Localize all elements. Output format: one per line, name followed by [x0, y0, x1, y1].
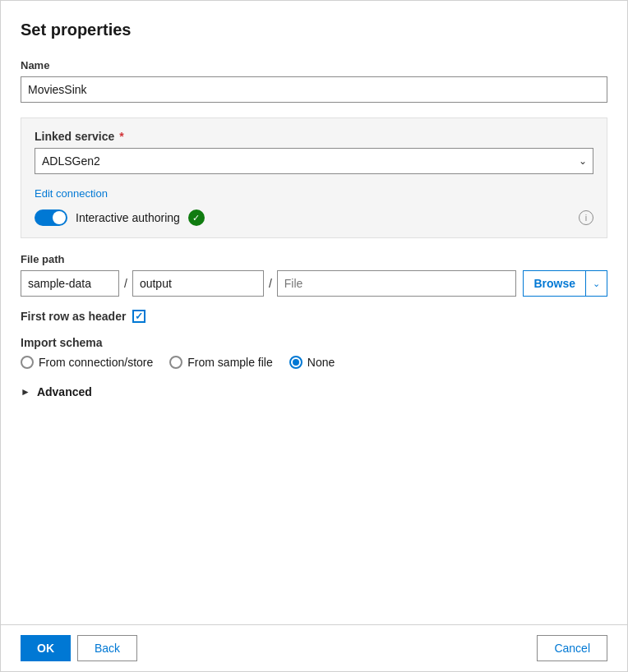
file-path-inputs: / / Browse ⌄ — [21, 270, 607, 297]
import-schema-radio-group: From connection/store From sample file N… — [21, 356, 607, 369]
toggle-track — [35, 209, 67, 226]
required-indicator: * — [116, 130, 123, 143]
import-schema-label: Import schema — [21, 336, 607, 349]
path-separator-1: / — [119, 277, 132, 290]
import-schema-section: Import schema From connection/store From… — [21, 336, 607, 369]
advanced-section[interactable]: ► Advanced — [21, 385, 607, 398]
linked-service-section: Linked service * ADLSGen2 ⌄ Edit connect… — [21, 117, 607, 238]
file-path-section: File path / / Browse ⌄ — [21, 253, 607, 297]
path-separator-2: / — [264, 277, 277, 290]
radio-outer-connection — [21, 356, 34, 369]
file-path-label: File path — [21, 253, 607, 265]
interactive-authoring-row: Interactive authoring ✓ i — [35, 209, 593, 226]
edit-connection-link[interactable]: Edit connection — [35, 187, 108, 200]
radio-outer-none — [289, 356, 302, 369]
browse-group: Browse ⌄ — [523, 270, 607, 297]
name-input[interactable] — [21, 76, 607, 103]
radio-label-none: None — [307, 356, 335, 369]
file-path-part2-input[interactable] — [132, 270, 264, 297]
browse-button[interactable]: Browse — [524, 271, 585, 296]
radio-option-none[interactable]: None — [289, 356, 335, 369]
file-path-part1-input[interactable] — [21, 270, 119, 297]
name-label: Name — [21, 59, 607, 71]
cancel-button[interactable]: Cancel — [537, 635, 607, 661]
first-row-header-label: First row as header — [21, 310, 126, 323]
checkbox-check-icon: ✓ — [135, 311, 143, 322]
interactive-authoring-label: Interactive authoring — [76, 211, 180, 224]
interactive-authoring-toggle[interactable] — [35, 209, 67, 226]
radio-label-connection: From connection/store — [39, 356, 153, 369]
ok-button[interactable]: OK — [21, 635, 71, 661]
file-path-part3-input[interactable] — [277, 270, 517, 297]
radio-label-sample: From sample file — [187, 356, 272, 369]
info-icon[interactable]: i — [579, 210, 593, 225]
radio-option-sample[interactable]: From sample file — [169, 356, 272, 369]
first-row-header-row: First row as header ✓ — [21, 310, 607, 323]
radio-outer-sample — [169, 356, 182, 369]
page-title: Set properties — [21, 21, 607, 39]
radio-inner-none — [293, 359, 299, 366]
browse-chevron-button[interactable]: ⌄ — [585, 271, 607, 296]
first-row-header-checkbox[interactable]: ✓ — [132, 310, 145, 323]
toggle-thumb — [53, 211, 66, 224]
back-button[interactable]: Back — [77, 635, 137, 661]
chevron-right-icon: ► — [21, 386, 30, 398]
name-field-group: Name — [21, 59, 607, 103]
linked-service-select[interactable]: ADLSGen2 — [35, 148, 593, 174]
advanced-label: Advanced — [37, 385, 92, 398]
footer-right: Cancel — [537, 635, 607, 661]
status-check-icon: ✓ — [188, 209, 205, 226]
linked-service-label: Linked service * — [35, 130, 593, 143]
radio-option-connection[interactable]: From connection/store — [21, 356, 153, 369]
footer: OK Back Cancel — [1, 624, 627, 671]
linked-service-select-wrapper: ADLSGen2 ⌄ — [35, 148, 593, 174]
